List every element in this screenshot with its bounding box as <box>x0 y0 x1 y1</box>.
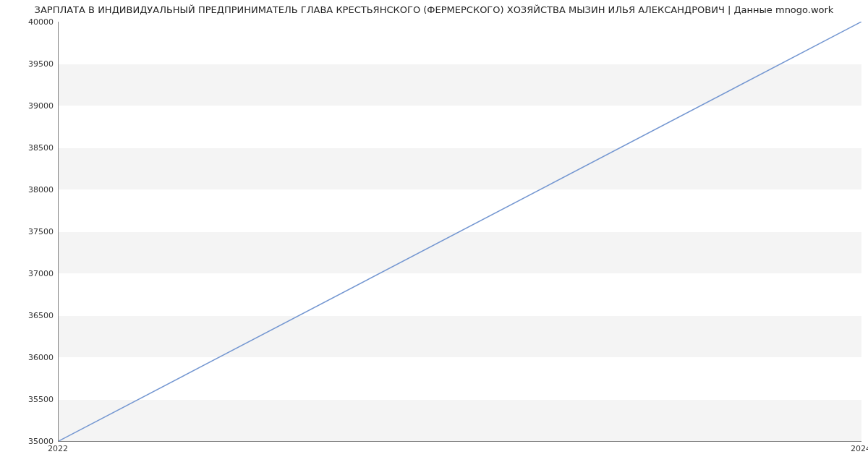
y-tick-label: 36000 <box>4 353 54 362</box>
y-tick-label: 38000 <box>4 185 54 195</box>
y-tick-label: 37500 <box>4 227 54 236</box>
x-tick-label: 2024 <box>851 444 868 453</box>
gridline <box>59 441 861 442</box>
y-tick-label: 35000 <box>4 437 54 446</box>
y-tick-label: 36500 <box>4 311 54 320</box>
y-tick-label: 35500 <box>4 395 54 404</box>
y-tick-label: 40000 <box>4 17 54 27</box>
plot-area <box>58 22 861 442</box>
x-tick-label: 2022 <box>48 444 68 453</box>
chart-title: ЗАРПЛАТА В ИНДИВИДУАЛЬНЫЙ ПРЕДПРИНИМАТЕЛ… <box>0 4 868 15</box>
y-tick-label: 37000 <box>4 269 54 278</box>
y-tick-label: 39000 <box>4 101 54 111</box>
y-tick-label: 38500 <box>4 143 54 153</box>
line-chart: ЗАРПЛАТА В ИНДИВИДУАЛЬНЫЙ ПРЕДПРИНИМАТЕЛ… <box>0 0 868 470</box>
y-tick-label: 39500 <box>4 59 54 69</box>
data-line-svg <box>59 22 861 441</box>
series-salary <box>59 22 861 441</box>
